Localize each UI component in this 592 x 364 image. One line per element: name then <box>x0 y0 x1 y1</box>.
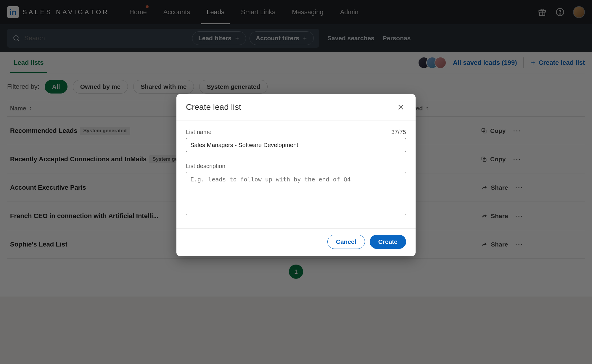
create-lead-list-modal: Create lead list List name 37/75 List de… <box>176 94 416 256</box>
list-name-label: List name <box>186 129 212 136</box>
modal-overlay: Create lead list List name 37/75 List de… <box>0 0 592 364</box>
close-icon <box>397 103 405 111</box>
list-name-input[interactable] <box>186 138 406 152</box>
close-button[interactable] <box>395 102 406 112</box>
char-counter: 37/75 <box>391 129 406 136</box>
cancel-button[interactable]: Cancel <box>327 235 365 249</box>
create-button[interactable]: Create <box>370 235 406 249</box>
list-description-label: List description <box>186 163 406 170</box>
list-description-input[interactable] <box>186 172 406 215</box>
content-area: Lead lists All saved leads (199) Create … <box>0 52 592 297</box>
modal-title: Create lead list <box>186 102 241 112</box>
